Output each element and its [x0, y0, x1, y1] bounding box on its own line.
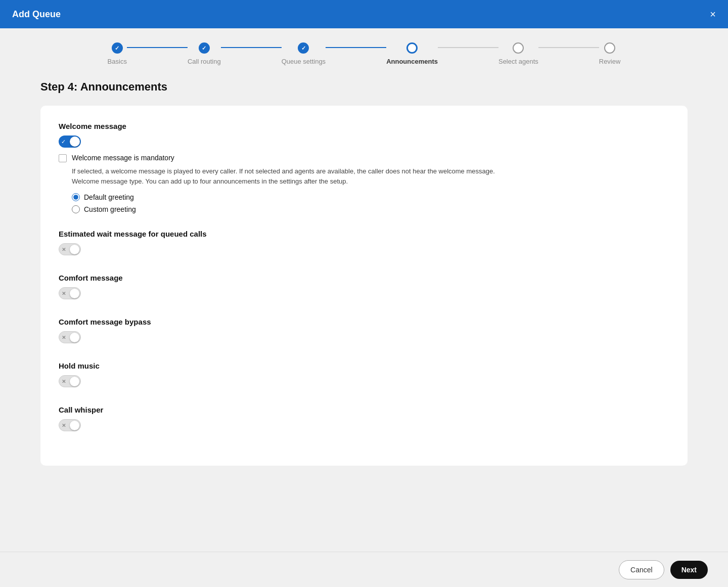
step-call-routing: Call routing — [188, 42, 221, 65]
step-select-agents: Select agents — [498, 42, 538, 65]
step-line-4 — [438, 47, 498, 48]
page-title: Step 4: Announcements — [40, 80, 688, 94]
estimated-wait-section: Estimated wait message for queued calls … — [59, 230, 669, 257]
step-label-review: Review — [599, 58, 621, 65]
close-button[interactable]: × — [710, 9, 716, 19]
toggle-check-icon: ✓ — [61, 139, 66, 145]
welcome-mandatory-label: Welcome message is mandatory — [72, 154, 174, 162]
content-card: Welcome message ✓ Welcome message is man… — [40, 106, 688, 466]
toggle-thumb-off-2 — [70, 289, 79, 298]
comfort-message-section: Comfort message ✕ — [59, 274, 669, 301]
step-label-call-routing: Call routing — [188, 58, 221, 65]
step-circle-call-routing — [199, 42, 210, 54]
step-basics: Basics — [108, 42, 127, 65]
stepper: Basics Call routing Queue settings Annou… — [108, 42, 621, 65]
step-review: Review — [599, 42, 621, 65]
step-line-1 — [127, 47, 188, 48]
welcome-mandatory-row: Welcome message is mandatory — [59, 154, 669, 162]
comfort-message-title: Comfort message — [59, 274, 669, 282]
toggle-thumb-off-4 — [70, 377, 79, 386]
default-greeting-label: Default greeting — [84, 193, 134, 201]
custom-greeting-row: Custom greeting — [72, 205, 669, 213]
welcome-message-toggle-track: ✓ — [59, 136, 81, 148]
toggle-thumb — [70, 137, 80, 147]
step-line-2 — [221, 47, 282, 48]
main-content: Step 4: Announcements Welcome message ✓ … — [0, 80, 728, 466]
hold-music-toggle[interactable]: ✕ — [59, 375, 81, 387]
welcome-message-title: Welcome message — [59, 122, 669, 130]
step-announcements: Announcements — [386, 42, 438, 65]
step-label-queue-settings: Queue settings — [282, 58, 326, 65]
comfort-bypass-section: Comfort message bypass ✕ — [59, 318, 669, 345]
step-circle-announcements — [406, 42, 418, 54]
custom-greeting-label: Custom greeting — [84, 205, 136, 213]
toggle-x-icon: ✕ — [62, 247, 66, 252]
toggle-x-icon-4: ✕ — [62, 379, 66, 384]
step-circle-basics — [112, 42, 123, 54]
hold-music-title: Hold music — [59, 362, 669, 370]
comfort-message-toggle[interactable]: ✕ — [59, 287, 81, 299]
cancel-button[interactable]: Cancel — [619, 560, 664, 579]
toggle-x-icon-3: ✕ — [62, 335, 66, 340]
step-label-basics: Basics — [108, 58, 127, 65]
dialog-footer: Cancel Next — [0, 552, 728, 587]
estimated-wait-title: Estimated wait message for queued calls — [59, 230, 669, 238]
step-circle-review — [604, 42, 615, 54]
welcome-message-toggle[interactable]: ✓ — [59, 136, 81, 148]
call-whisper-toggle[interactable]: ✕ — [59, 419, 81, 431]
step-label-select-agents: Select agents — [498, 58, 538, 65]
stepper-container: Basics Call routing Queue settings Annou… — [0, 28, 728, 75]
hold-music-section: Hold music ✕ — [59, 362, 669, 389]
toggle-thumb-off-5 — [70, 421, 79, 430]
toggle-thumb-off — [70, 245, 79, 254]
toggle-thumb-off-3 — [70, 333, 79, 342]
step-queue-settings: Queue settings — [282, 42, 326, 65]
custom-greeting-radio[interactable] — [72, 205, 80, 213]
dialog-header: Add Queue × — [0, 0, 728, 28]
step-circle-select-agents — [513, 42, 524, 54]
step-circle-queue-settings — [298, 42, 309, 54]
comfort-bypass-title: Comfort message bypass — [59, 318, 669, 326]
step-line-3 — [326, 47, 386, 48]
welcome-helper-text: If selected, a welcome message is played… — [72, 166, 669, 186]
estimated-wait-toggle[interactable]: ✕ — [59, 243, 81, 255]
next-button[interactable]: Next — [670, 561, 708, 579]
step-label-announcements: Announcements — [386, 58, 438, 65]
default-greeting-radio[interactable] — [72, 193, 80, 201]
welcome-message-section: Welcome message ✓ Welcome message is man… — [59, 122, 669, 213]
call-whisper-title: Call whisper — [59, 405, 669, 414]
comfort-bypass-toggle[interactable]: ✕ — [59, 331, 81, 343]
call-whisper-section: Call whisper ✕ — [59, 405, 669, 433]
toggle-x-icon-2: ✕ — [62, 291, 66, 296]
dialog-title: Add Queue — [12, 9, 61, 20]
toggle-x-icon-5: ✕ — [62, 423, 66, 428]
step-line-5 — [538, 47, 599, 48]
default-greeting-row: Default greeting — [72, 193, 669, 201]
welcome-mandatory-checkbox[interactable] — [59, 154, 67, 162]
